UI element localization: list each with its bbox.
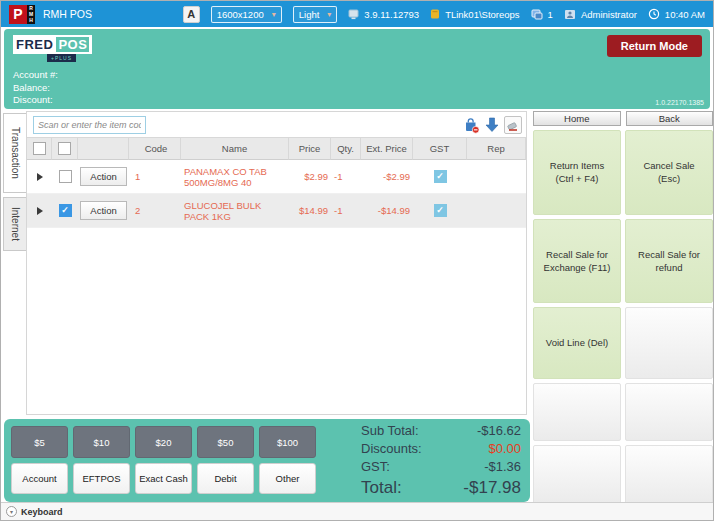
- total-value: -$17.98: [463, 476, 521, 500]
- return-items-button[interactable]: Return Items (Ctrl + F4): [533, 130, 621, 215]
- select-all-checkbox-2[interactable]: [58, 142, 71, 155]
- account-number-label: Account #:: [13, 69, 58, 82]
- item-rep: [467, 194, 526, 227]
- table-header-row: Code Name Price Qty. Ext. Price GST Rep: [27, 137, 526, 160]
- recall-sale-exchange-button[interactable]: Recall Sale for Exchange (F11): [533, 219, 621, 304]
- tab-transaction[interactable]: Transaction: [3, 113, 27, 193]
- back-button[interactable]: Back: [626, 111, 714, 126]
- action-button[interactable]: Action: [80, 201, 126, 220]
- account-info: Account #: Balance: Discount:: [13, 69, 58, 107]
- clock-icon: [648, 8, 660, 20]
- font-size-button[interactable]: A: [183, 6, 200, 23]
- account-tender-button[interactable]: Account: [11, 463, 68, 494]
- row-expander-icon[interactable]: [37, 207, 43, 215]
- item-qty: -1: [331, 160, 361, 193]
- brand-pos: POS: [56, 37, 89, 52]
- item-code: 2: [129, 194, 181, 227]
- rmh-logo-vertical: R M H: [27, 5, 35, 24]
- column-price: Price: [289, 137, 331, 160]
- total-label: Total:: [361, 476, 402, 500]
- cash-5-button[interactable]: $5: [11, 426, 68, 458]
- tab-internet[interactable]: Internet: [3, 197, 27, 251]
- keyboard-expander-icon[interactable]: ▾: [6, 506, 17, 517]
- row-checkbox[interactable]: ✓: [59, 204, 72, 217]
- debit-tender-button[interactable]: Debit: [197, 463, 254, 494]
- keyboard-bar: ▾ Keyboard: [1, 502, 713, 520]
- item-code-input[interactable]: [33, 116, 146, 134]
- store-header: FRED POS +PLUS Account #: Balance: Disco…: [4, 29, 710, 109]
- home-button[interactable]: Home: [533, 111, 621, 126]
- column-qty: Qty.: [331, 137, 361, 160]
- cash-10-button[interactable]: $10: [73, 426, 130, 458]
- clock-item: 10:40 AM: [648, 8, 705, 20]
- empty-function-slot: [533, 445, 621, 504]
- return-mode-button[interactable]: Return Mode: [607, 35, 702, 57]
- totals-summary: Sub Total: -$16.62 Discounts: $0.00 GST:…: [361, 422, 521, 502]
- lane-item: 1: [531, 9, 553, 20]
- resolution-value: 1600x1200: [217, 9, 264, 20]
- rmh-logo-p: P: [9, 5, 27, 24]
- register-icon: [531, 9, 543, 20]
- cancel-sale-button[interactable]: Cancel Sale (Esc): [625, 130, 713, 215]
- discount-label: Discount:: [13, 94, 58, 107]
- terminal-name: TLink01\Storeops: [445, 9, 519, 20]
- current-time: 10:40 AM: [665, 9, 705, 20]
- side-tabstrip: Transaction Internet: [3, 113, 27, 251]
- void-line-button[interactable]: Void Line (Del): [533, 307, 621, 379]
- sub-total-value: -$16.62: [477, 422, 521, 440]
- database-icon: [430, 8, 440, 20]
- terminal-item: TLink01\Storeops: [430, 8, 519, 20]
- payment-panel: $5 $10 $20 $50 $100 Account EFTPOS Exact…: [4, 419, 530, 502]
- eraser-icon: [506, 118, 520, 132]
- gst-checkbox[interactable]: ✓: [434, 204, 447, 217]
- empty-function-slot: [625, 307, 713, 379]
- rmh-app-icon: P R M H: [9, 5, 35, 24]
- other-tender-button[interactable]: Other: [259, 463, 316, 494]
- item-code: 1: [129, 160, 181, 193]
- column-action: [78, 137, 129, 160]
- user-icon: [564, 9, 576, 20]
- gst-checkbox[interactable]: ✓: [434, 170, 447, 183]
- item-name: PANAMAX CO TAB 500MG/8MG 40: [181, 160, 289, 193]
- remove-item-basket-button[interactable]: [463, 117, 480, 134]
- theme-select[interactable]: Light ▾: [293, 6, 338, 23]
- item-ext-price: -$2.99: [361, 160, 413, 193]
- recall-sale-refund-button[interactable]: Recall Sale for refund: [625, 219, 713, 304]
- item-rep: [467, 160, 526, 193]
- column-code: Code: [129, 137, 181, 160]
- row-expander-icon[interactable]: [37, 173, 43, 181]
- build-version: 1.0.22170.1385: [655, 99, 704, 106]
- pos-window: P R M H RMH POS A 1600x1200 ▾ Light ▾ 3.…: [0, 0, 714, 521]
- item-name: GLUCOJEL BULK PACK 1KG: [181, 194, 289, 227]
- exact-cash-tender-button[interactable]: Exact Cash: [135, 463, 192, 494]
- row-checkbox[interactable]: [59, 170, 72, 183]
- item-price: $14.99: [289, 194, 331, 227]
- app-version: 3.9.11.12793: [364, 9, 419, 20]
- cash-50-button[interactable]: $50: [197, 426, 254, 458]
- window-title: RMH POS: [43, 8, 92, 20]
- column-ext-price: Ext. Price: [361, 137, 413, 160]
- lane-count: 1: [548, 9, 553, 20]
- column-name: Name: [181, 137, 289, 160]
- basket-minus-icon: [463, 117, 480, 134]
- transaction-panel: Code Name Price Qty. Ext. Price GST Rep …: [26, 111, 527, 415]
- select-all-checkbox-1[interactable]: [33, 142, 46, 155]
- chevron-down-icon: ▾: [327, 10, 331, 19]
- clear-transaction-button[interactable]: [504, 116, 522, 134]
- gst-label: GST:: [361, 458, 390, 476]
- user-item: Administrator: [564, 9, 637, 20]
- empty-function-slot: [533, 383, 621, 442]
- brand-fred: FRED: [16, 37, 53, 52]
- eftpos-tender-button[interactable]: EFTPOS: [73, 463, 130, 494]
- function-panel: Home Back Return Items (Ctrl + F4) Cance…: [533, 111, 713, 504]
- keyboard-label: Keyboard: [21, 507, 63, 517]
- item-ext-price: -$14.99: [361, 194, 413, 227]
- move-down-button[interactable]: [485, 117, 499, 133]
- chevron-down-icon: ▾: [272, 10, 276, 19]
- cash-20-button[interactable]: $20: [135, 426, 192, 458]
- action-button[interactable]: Action: [80, 167, 126, 186]
- item-price: $2.99: [289, 160, 331, 193]
- resolution-select[interactable]: 1600x1200 ▾: [211, 6, 282, 23]
- app-version-item: 3.9.11.12793: [348, 9, 419, 20]
- cash-100-button[interactable]: $100: [259, 426, 316, 458]
